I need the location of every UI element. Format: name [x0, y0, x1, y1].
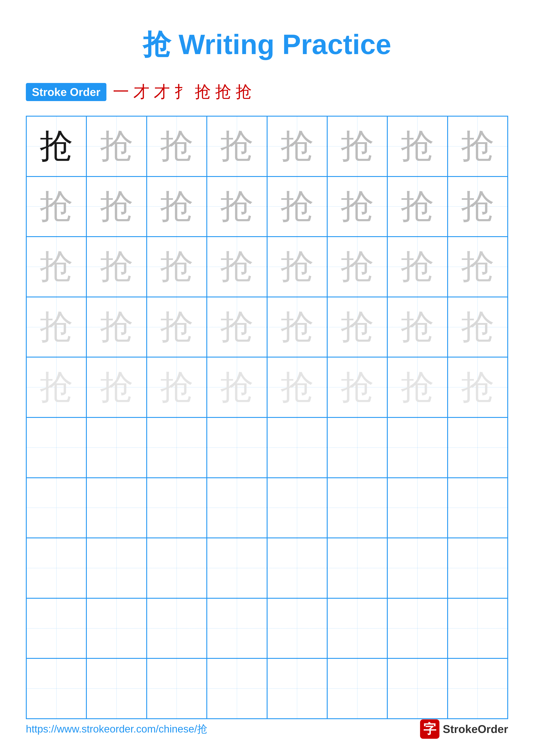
practice-char: 抢: [401, 371, 434, 404]
grid-cell[interactable]: 抢: [267, 357, 327, 418]
grid-cell[interactable]: 抢: [26, 176, 87, 237]
practice-char: 抢: [160, 310, 193, 344]
grid-cell[interactable]: 抢: [387, 176, 447, 237]
grid-cell[interactable]: 抢: [447, 176, 508, 237]
grid-cell[interactable]: [387, 659, 447, 719]
grid-cell[interactable]: 抢: [147, 116, 207, 176]
grid-cell[interactable]: 抢: [267, 237, 327, 297]
practice-char: 抢: [220, 310, 254, 344]
grid-cell[interactable]: [87, 598, 146, 659]
grid-cell[interactable]: 抢: [147, 297, 207, 357]
practice-char: 抢: [100, 250, 133, 284]
grid-cell[interactable]: [387, 538, 447, 598]
grid-cell[interactable]: [267, 478, 327, 538]
grid-cell[interactable]: [207, 538, 267, 598]
practice-char: 抢: [100, 310, 133, 344]
practice-char: 抢: [39, 371, 73, 404]
grid-cell[interactable]: 抢: [267, 116, 327, 176]
grid-cell[interactable]: [327, 418, 387, 478]
grid-cell[interactable]: [447, 478, 508, 538]
grid-cell[interactable]: [267, 598, 327, 659]
practice-char: 抢: [461, 129, 495, 163]
grid-cell[interactable]: 抢: [207, 176, 267, 237]
grid-cell[interactable]: 抢: [207, 237, 267, 297]
grid-cell[interactable]: [26, 598, 87, 659]
grid-cell[interactable]: [207, 659, 267, 719]
grid-cell[interactable]: 抢: [447, 297, 508, 357]
grid-cell[interactable]: 抢: [147, 237, 207, 297]
grid-cell[interactable]: [147, 598, 207, 659]
practice-char: 抢: [100, 129, 133, 163]
grid-cell[interactable]: [327, 598, 387, 659]
grid-cell[interactable]: [207, 598, 267, 659]
grid-cell[interactable]: 抢: [267, 297, 327, 357]
grid-cell[interactable]: [387, 478, 447, 538]
grid-cell[interactable]: [327, 538, 387, 598]
grid-cell[interactable]: 抢: [387, 357, 447, 418]
grid-cell[interactable]: [267, 418, 327, 478]
grid-cell[interactable]: [327, 659, 387, 719]
practice-char: 抢: [461, 310, 495, 344]
grid-cell[interactable]: [26, 478, 87, 538]
grid-cell[interactable]: [447, 659, 508, 719]
grid-cell[interactable]: [447, 418, 508, 478]
grid-cell[interactable]: [267, 538, 327, 598]
practice-char: 抢: [100, 371, 133, 404]
stroke-step-3: 才: [154, 81, 170, 103]
grid-cell[interactable]: [87, 478, 146, 538]
stroke-step-5: 抢: [195, 81, 211, 103]
grid-cell[interactable]: 抢: [387, 297, 447, 357]
grid-cell[interactable]: 抢: [147, 357, 207, 418]
grid-cell[interactable]: [147, 478, 207, 538]
grid-cell[interactable]: 抢: [327, 176, 387, 237]
grid-cell[interactable]: [267, 659, 327, 719]
grid-cell[interactable]: 抢: [387, 116, 447, 176]
grid-cell[interactable]: 抢: [26, 297, 87, 357]
stroke-step-2: 才: [133, 81, 149, 103]
grid-cell[interactable]: 抢: [387, 237, 447, 297]
grid-cell[interactable]: [447, 598, 508, 659]
grid-cell[interactable]: 抢: [447, 116, 508, 176]
grid-cell[interactable]: 抢: [87, 297, 146, 357]
grid-cell[interactable]: 抢: [26, 116, 87, 176]
grid-cell[interactable]: 抢: [87, 237, 146, 297]
grid-cell[interactable]: 抢: [327, 116, 387, 176]
grid-cell[interactable]: [26, 659, 87, 719]
grid-cell[interactable]: 抢: [447, 237, 508, 297]
page-title: 抢 Writing Practice: [26, 26, 508, 64]
grid-cell[interactable]: [26, 538, 87, 598]
practice-char: 抢: [160, 190, 193, 223]
grid-cell[interactable]: [447, 538, 508, 598]
grid-cell[interactable]: [87, 538, 146, 598]
grid-cell[interactable]: [207, 478, 267, 538]
grid-cell[interactable]: 抢: [207, 357, 267, 418]
grid-cell[interactable]: 抢: [327, 237, 387, 297]
grid-cell[interactable]: 抢: [447, 357, 508, 418]
grid-cell[interactable]: [87, 659, 146, 719]
grid-cell[interactable]: [147, 659, 207, 719]
grid-cell[interactable]: 抢: [207, 116, 267, 176]
grid-cell[interactable]: 抢: [87, 176, 146, 237]
grid-cell[interactable]: 抢: [327, 357, 387, 418]
footer-url: https://www.strokeorder.com/chinese/抢: [26, 722, 207, 736]
grid-cell[interactable]: 抢: [327, 297, 387, 357]
grid-cell[interactable]: [26, 418, 87, 478]
grid-cell[interactable]: 抢: [207, 297, 267, 357]
grid-cell[interactable]: [207, 418, 267, 478]
grid-cell[interactable]: [87, 418, 146, 478]
grid-cell[interactable]: [387, 418, 447, 478]
grid-cell[interactable]: [147, 418, 207, 478]
practice-char: 抢: [39, 190, 73, 223]
grid-cell[interactable]: 抢: [147, 176, 207, 237]
grid-cell[interactable]: 抢: [87, 116, 146, 176]
grid-cell[interactable]: 抢: [26, 237, 87, 297]
grid-cell[interactable]: 抢: [267, 176, 327, 237]
grid-cell[interactable]: [387, 598, 447, 659]
practice-char: 抢: [100, 190, 133, 223]
practice-char: 抢: [220, 129, 254, 163]
grid-cell[interactable]: [147, 538, 207, 598]
grid-cell[interactable]: 抢: [87, 357, 146, 418]
grid-cell[interactable]: 抢: [26, 357, 87, 418]
practice-char: 抢: [39, 310, 73, 344]
grid-cell[interactable]: [327, 478, 387, 538]
